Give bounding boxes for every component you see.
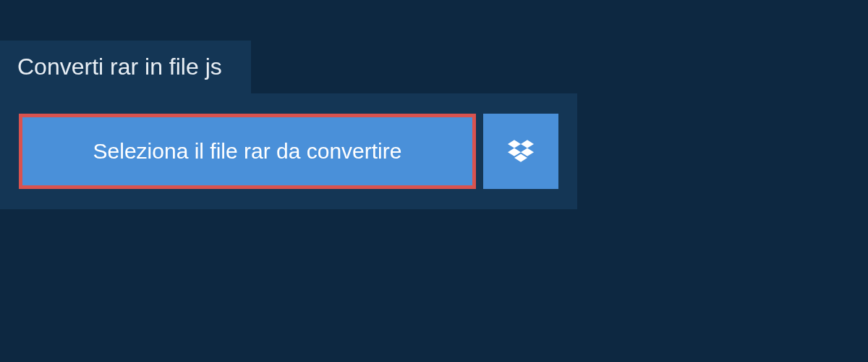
select-file-button[interactable]: Seleziona il file rar da convertire <box>19 114 476 189</box>
tab-header: Converti rar in file js <box>0 41 251 93</box>
dropbox-button[interactable] <box>483 114 558 189</box>
page-title: Converti rar in file js <box>17 54 222 80</box>
upload-panel: Seleziona il file rar da convertire <box>0 93 577 209</box>
dropbox-icon <box>508 138 534 164</box>
